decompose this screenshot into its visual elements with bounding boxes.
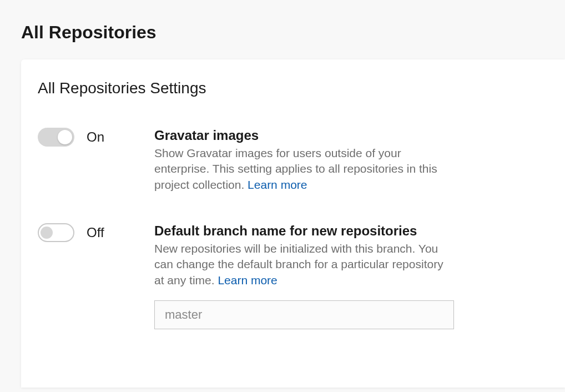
default-branch-toggle[interactable] <box>38 223 74 242</box>
default-branch-toggle-label: Off <box>87 225 104 240</box>
toggle-group-gravatar: On <box>38 128 154 147</box>
setting-row-gravatar: On Gravatar images Show Gravatar images … <box>38 128 548 193</box>
setting-row-default-branch: Off Default branch name for new reposito… <box>38 223 548 329</box>
gravatar-description: Show Gravatar images for users outside o… <box>154 145 454 193</box>
gravatar-learn-more-link[interactable]: Learn more <box>248 178 307 191</box>
gravatar-toggle-label: On <box>87 129 104 145</box>
page-title: All Repositories <box>0 0 565 59</box>
default-branch-input[interactable] <box>154 300 454 329</box>
default-branch-content: Default branch name for new repositories… <box>154 223 454 329</box>
card-title: All Repositories Settings <box>38 79 548 97</box>
gravatar-title: Gravatar images <box>154 128 454 143</box>
gravatar-content: Gravatar images Show Gravatar images for… <box>154 128 454 193</box>
toggle-group-default-branch: Off <box>38 223 154 242</box>
default-branch-learn-more-link[interactable]: Learn more <box>218 274 277 287</box>
settings-card: All Repositories Settings On Gravatar im… <box>21 59 565 388</box>
toggle-knob-icon <box>58 130 72 144</box>
gravatar-toggle[interactable] <box>38 128 74 147</box>
toggle-knob-icon <box>41 227 53 239</box>
default-branch-title: Default branch name for new repositories <box>154 223 454 239</box>
default-branch-description: New repositories will be initialized wit… <box>154 241 454 288</box>
default-branch-description-text: New repositories will be initialized wit… <box>154 242 443 287</box>
